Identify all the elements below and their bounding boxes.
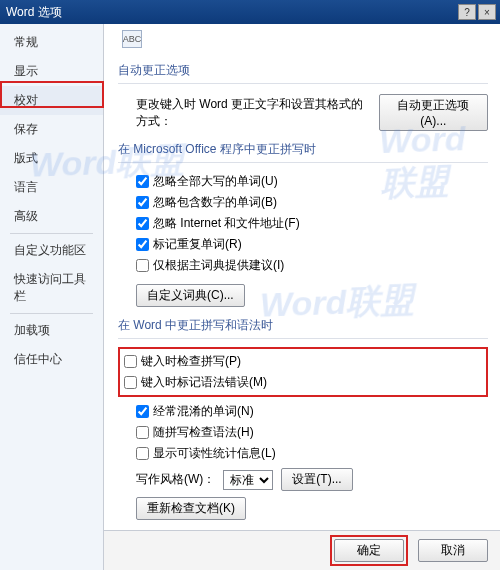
lbl-mark-grammar-typing: 键入时标记语法错误(M) <box>141 374 267 391</box>
lbl-ignore-numbers: 忽略包含数字的单词(B) <box>153 194 277 211</box>
section-office-head: 在 Microsoft Office 程序中更正拼写时 <box>118 133 488 163</box>
sidebar: 常规 显示 校对 保存 版式 语言 高级 自定义功能区 快速访问工具栏 加载项 … <box>0 24 104 570</box>
sidebar-item-addins[interactable]: 加载项 <box>0 316 103 345</box>
chk-ignore-internet[interactable] <box>136 217 149 230</box>
section-exceptions-head: 例外项(X)： W 网站金字塔结构.docx <box>118 522 488 530</box>
sidebar-separator <box>10 313 93 314</box>
chk-ignore-numbers[interactable] <box>136 196 149 209</box>
sidebar-item-display[interactable]: 显示 <box>0 57 103 86</box>
lbl-grammar-with-spelling: 随拼写检查语法(H) <box>153 424 254 441</box>
lbl-ignore-internet: 忽略 Internet 和文件地址(F) <box>153 215 300 232</box>
sidebar-item-general[interactable]: 常规 <box>0 28 103 57</box>
sidebar-item-advanced[interactable]: 高级 <box>0 202 103 231</box>
section-word-head: 在 Word 中更正拼写和语法时 <box>118 309 488 339</box>
chk-grammar-with-spelling[interactable] <box>136 426 149 439</box>
highlight-ok: 确定 <box>330 535 408 566</box>
sidebar-item-proofing[interactable]: 校对 <box>0 86 103 115</box>
sidebar-item-quickaccess[interactable]: 快速访问工具栏 <box>0 265 103 311</box>
cancel-button[interactable]: 取消 <box>418 539 488 562</box>
chk-main-dict-only[interactable] <box>136 259 149 272</box>
writing-style-label: 写作风格(W)： <box>136 471 215 488</box>
section-autocorrect-head: 自动更正选项 <box>118 54 488 84</box>
sidebar-item-language[interactable]: 语言 <box>0 173 103 202</box>
writing-style-select[interactable]: 标准 <box>223 470 273 490</box>
sidebar-item-save[interactable]: 保存 <box>0 115 103 144</box>
writing-style-settings-button[interactable]: 设置(T)... <box>281 468 352 491</box>
lbl-main-dict-only: 仅根据主词典提供建议(I) <box>153 257 284 274</box>
sidebar-item-customize-ribbon[interactable]: 自定义功能区 <box>0 236 103 265</box>
lbl-confused-words: 经常混淆的单词(N) <box>153 403 254 420</box>
chk-flag-repeated[interactable] <box>136 238 149 251</box>
main-scroll[interactable]: ABC 自动更正选项 更改键入时 Word 更正文字和设置其格式的方式： 自动更… <box>104 24 500 530</box>
lbl-check-spelling-typing: 键入时检查拼写(P) <box>141 353 241 370</box>
custom-dictionaries-button[interactable]: 自定义词典(C)... <box>136 284 245 307</box>
abc-proof-icon: ABC <box>122 30 142 48</box>
lbl-readability-stats: 显示可读性统计信息(L) <box>153 445 276 462</box>
lbl-ignore-uppercase: 忽略全部大写的单词(U) <box>153 173 278 190</box>
help-button[interactable]: ? <box>458 4 476 20</box>
sidebar-item-trust[interactable]: 信任中心 <box>0 345 103 374</box>
close-button[interactable]: × <box>478 4 496 20</box>
sidebar-item-layout[interactable]: 版式 <box>0 144 103 173</box>
chk-readability-stats[interactable] <box>136 447 149 460</box>
autocorrect-options-button[interactable]: 自动更正选项(A)... <box>379 94 488 131</box>
ok-button[interactable]: 确定 <box>334 539 404 562</box>
autocorrect-label: 更改键入时 Word 更正文字和设置其格式的方式： <box>136 96 371 130</box>
window-title: Word 选项 <box>4 4 456 21</box>
sidebar-separator <box>10 233 93 234</box>
chk-check-spelling-typing[interactable] <box>124 355 137 368</box>
chk-mark-grammar-typing[interactable] <box>124 376 137 389</box>
highlight-typing-checks: 键入时检查拼写(P) 键入时标记语法错误(M) <box>118 347 488 397</box>
chk-confused-words[interactable] <box>136 405 149 418</box>
lbl-flag-repeated: 标记重复单词(R) <box>153 236 242 253</box>
chk-ignore-uppercase[interactable] <box>136 175 149 188</box>
recheck-document-button[interactable]: 重新检查文档(K) <box>136 497 246 520</box>
dialog-footer: 确定 取消 <box>104 530 500 570</box>
titlebar: Word 选项 ? × <box>0 0 500 24</box>
